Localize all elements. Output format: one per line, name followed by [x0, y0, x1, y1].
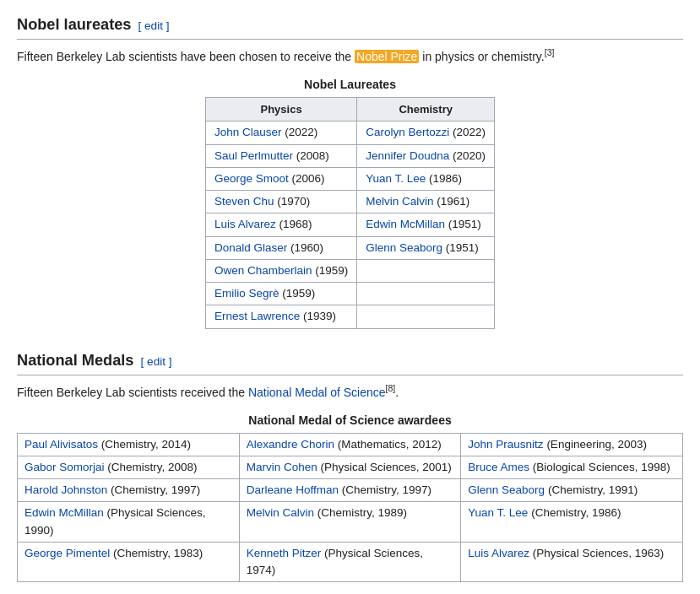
medal-cell: Luis Alvarez (Physical Sciences, 1963)	[461, 542, 683, 582]
chemistry-cell: Edwin McMillan (1951)	[357, 213, 495, 236]
medal-cell: Harold Johnston (Chemistry, 1997)	[18, 479, 240, 502]
medalist-link[interactable]: Alexandre Chorin	[247, 438, 334, 451]
medal-cell: George Pimentel (Chemistry, 1983)	[18, 542, 240, 582]
nobel-prize-highlight: Nobel Prize	[355, 50, 419, 63]
table-row: Saul Perlmutter (2008)Jennifer Doudna (2…	[205, 144, 494, 167]
table-row: Paul Alivisatos (Chemistry, 2014)Alexand…	[18, 433, 683, 456]
chemist-link[interactable]: Yuan T. Lee	[366, 172, 426, 185]
physicist-link[interactable]: John Clauser	[214, 126, 282, 138]
chemist-link[interactable]: Glenn Seaborg	[366, 241, 442, 254]
medalist-link[interactable]: Luis Alvarez	[468, 547, 529, 559]
medal-cell: Bruce Ames (Biological Sciences, 1998)	[461, 456, 683, 478]
national-medal-science-link[interactable]: National Medal of Science	[248, 386, 386, 399]
medalist-link[interactable]: Paul Alivisatos	[24, 438, 98, 451]
medalist-link[interactable]: Marvin Cohen	[247, 461, 317, 473]
medalist-link[interactable]: George Pimentel	[24, 547, 110, 559]
medals-table-wrapper: National Medal of Science awardees Paul …	[17, 412, 683, 583]
medals-table-caption: National Medal of Science awardees	[17, 412, 683, 429]
medal-cell: Alexandre Chorin (Mathematics, 2012)	[239, 433, 461, 456]
ref-3: [3]	[545, 47, 555, 57]
medals-intro: Fifteen Berkeley Lab scientists received…	[17, 382, 683, 402]
medalist-link[interactable]: John Prausnitz	[468, 438, 543, 451]
medals-heading: National Medals [ edit ]	[17, 349, 683, 375]
nobel-table-wrapper: Nobel Laureates Physics Chemistry John C…	[17, 76, 683, 329]
table-row: George Pimentel (Chemistry, 1983)Kenneth…	[18, 542, 683, 582]
medal-cell: Melvin Calvin (Chemistry, 1989)	[239, 502, 461, 543]
medal-cell: Glenn Seaborg (Chemistry, 1991)	[461, 479, 683, 502]
chemistry-cell: Yuan T. Lee (1986)	[357, 167, 495, 190]
physics-cell: Ernest Lawrence (1939)	[205, 305, 356, 328]
medal-cell: Kenneth Pitzer (Physical Sciences, 1974)	[239, 542, 461, 582]
chemistry-cell: Glenn Seaborg (1951)	[357, 236, 495, 259]
chemistry-cell: Carolyn Bertozzi (2022)	[357, 122, 495, 144]
col-physics: Physics	[205, 97, 356, 122]
ref-8: [8]	[386, 383, 396, 393]
nobel-table-caption: Nobel Laureates	[205, 76, 495, 94]
medalist-link[interactable]: Glenn Seaborg	[468, 483, 545, 496]
physics-cell: Donald Glaser (1960)	[205, 236, 356, 259]
table-row: John Clauser (2022)Carolyn Bertozzi (202…	[205, 122, 494, 144]
physicist-link[interactable]: Luis Alvarez	[214, 218, 276, 230]
medalist-link[interactable]: Yuan T. Lee	[468, 506, 528, 519]
physics-cell: Steven Chu (1970)	[205, 191, 356, 213]
table-row: Edwin McMillan (Physical Sciences, 1990)…	[18, 502, 683, 543]
physics-cell: Saul Perlmutter (2008)	[205, 144, 356, 167]
physicist-link[interactable]: Steven Chu	[214, 195, 274, 208]
table-row: Donald Glaser (1960)Glenn Seaborg (1951)	[205, 236, 494, 259]
chemistry-cell	[357, 305, 495, 328]
chemist-link[interactable]: Edwin McMillan	[366, 218, 445, 230]
medalist-link[interactable]: Melvin Calvin	[247, 506, 314, 519]
physics-cell: Owen Chamberlain (1959)	[205, 259, 356, 282]
medalist-link[interactable]: Bruce Ames	[468, 461, 529, 473]
medal-cell: Darleane Hoffman (Chemistry, 1997)	[239, 479, 461, 502]
nobel-intro: Fifteen Berkeley Lab scientists have bee…	[17, 46, 683, 66]
nobel-heading-text: Nobel laureates	[17, 14, 131, 36]
medal-cell: John Prausnitz (Engineering, 2003)	[461, 433, 683, 456]
physicist-link[interactable]: Saul Perlmutter	[214, 149, 293, 162]
table-row: Steven Chu (1970)Melvin Calvin (1961)	[205, 191, 494, 213]
chemistry-cell: Jennifer Doudna (2020)	[357, 144, 495, 167]
medal-cell: Yuan T. Lee (Chemistry, 1986)	[461, 502, 683, 543]
medals-edit-link[interactable]: [ edit ]	[140, 354, 171, 370]
chemistry-cell: Melvin Calvin (1961)	[357, 191, 495, 213]
physicist-link[interactable]: George Smoot	[214, 172, 289, 185]
medalist-link[interactable]: Gabor Somorjai	[24, 461, 105, 473]
nobel-edit-link[interactable]: [ edit ]	[138, 18, 169, 35]
medal-cell: Edwin McMillan (Physical Sciences, 1990)	[18, 502, 240, 543]
chemist-link[interactable]: Carolyn Bertozzi	[366, 126, 449, 138]
physicist-link[interactable]: Owen Chamberlain	[214, 264, 312, 277]
table-row: Luis Alvarez (1968)Edwin McMillan (1951)	[205, 213, 494, 236]
medalist-link[interactable]: Darleane Hoffman	[247, 483, 339, 496]
medalist-link[interactable]: Harold Johnston	[24, 483, 107, 496]
table-row: Emilio Segrè (1959)	[205, 283, 494, 305]
medalist-link[interactable]: Edwin McMillan	[24, 506, 104, 519]
physicist-link[interactable]: Donald Glaser	[214, 241, 287, 254]
chemistry-cell	[357, 283, 495, 305]
col-chemistry: Chemistry	[357, 97, 495, 122]
chemistry-cell	[357, 259, 495, 282]
physics-cell: Luis Alvarez (1968)	[205, 213, 356, 236]
medal-cell: Gabor Somorjai (Chemistry, 2008)	[18, 456, 240, 478]
medal-cell: Marvin Cohen (Physical Sciences, 2001)	[239, 456, 461, 478]
physicist-link[interactable]: Emilio Segrè	[214, 287, 279, 300]
table-row: Harold Johnston (Chemistry, 1997)Darlean…	[18, 479, 683, 502]
table-row: George Smoot (2006)Yuan T. Lee (1986)	[205, 167, 494, 190]
physics-cell: John Clauser (2022)	[205, 122, 356, 144]
physicist-link[interactable]: Ernest Lawrence	[214, 310, 300, 322]
medals-table: National Medal of Science awardees Paul …	[17, 412, 683, 583]
nobel-heading: Nobel laureates [ edit ]	[17, 14, 683, 40]
nobel-section: Nobel laureates [ edit ] Fifteen Berkele…	[17, 14, 683, 329]
medal-cell: Paul Alivisatos (Chemistry, 2014)	[18, 433, 240, 456]
medalist-link[interactable]: Kenneth Pitzer	[247, 547, 322, 559]
chemist-link[interactable]: Melvin Calvin	[366, 195, 433, 208]
table-row: Owen Chamberlain (1959)	[205, 259, 494, 282]
table-row: Ernest Lawrence (1939)	[205, 305, 494, 328]
medals-heading-text: National Medals	[17, 349, 133, 372]
physics-cell: George Smoot (2006)	[205, 167, 356, 190]
nobel-table: Nobel Laureates Physics Chemistry John C…	[205, 76, 495, 329]
table-row: Gabor Somorjai (Chemistry, 2008)Marvin C…	[18, 456, 683, 478]
medals-section: National Medals [ edit ] Fifteen Berkele…	[17, 349, 683, 594]
physics-cell: Emilio Segrè (1959)	[205, 283, 356, 305]
chemist-link[interactable]: Jennifer Doudna	[366, 149, 449, 162]
